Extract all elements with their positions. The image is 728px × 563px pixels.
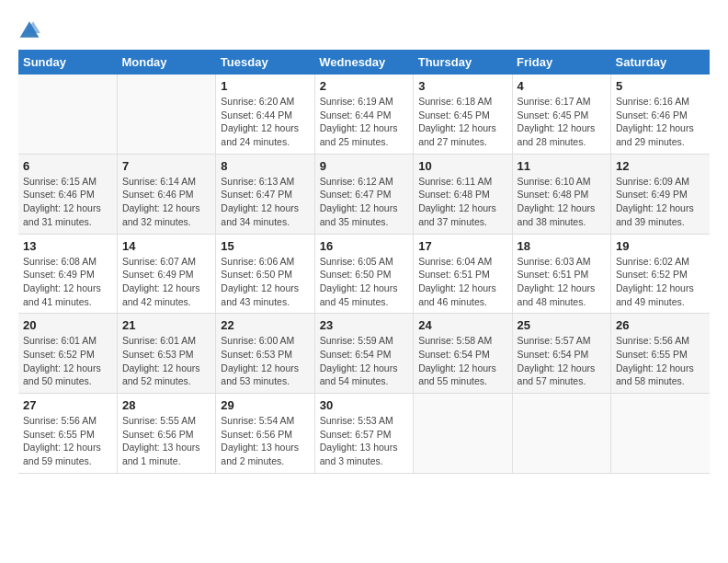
calendar-cell: 1Sunrise: 6:20 AM Sunset: 6:44 PM Daylig…: [216, 75, 314, 154]
day-of-week-header: Saturday: [611, 50, 710, 75]
calendar-cell: 28Sunrise: 5:55 AM Sunset: 6:56 PM Dayli…: [117, 394, 215, 474]
day-detail: Sunrise: 6:01 AM Sunset: 6:52 PM Dayligh…: [23, 334, 112, 388]
calendar-week-row: 20Sunrise: 6:01 AM Sunset: 6:52 PM Dayli…: [18, 314, 710, 394]
day-detail: Sunrise: 6:18 AM Sunset: 6:45 PM Dayligh…: [418, 95, 506, 149]
day-detail: Sunrise: 6:01 AM Sunset: 6:53 PM Dayligh…: [122, 334, 210, 388]
day-detail: Sunrise: 6:00 AM Sunset: 6:53 PM Dayligh…: [221, 334, 309, 388]
day-number: 29: [221, 398, 309, 412]
day-detail: Sunrise: 6:16 AM Sunset: 6:46 PM Dayligh…: [616, 95, 705, 149]
day-of-week-header: Tuesday: [216, 50, 314, 75]
day-detail: Sunrise: 5:59 AM Sunset: 6:54 PM Dayligh…: [320, 334, 408, 388]
day-of-week-header: Friday: [512, 50, 610, 75]
calendar-cell: 11Sunrise: 6:10 AM Sunset: 6:48 PM Dayli…: [512, 154, 610, 234]
day-number: 30: [320, 398, 408, 412]
calendar-cell: [414, 394, 512, 474]
logo: [18, 18, 44, 40]
calendar-cell: 10Sunrise: 6:11 AM Sunset: 6:48 PM Dayli…: [414, 154, 512, 234]
day-number: 28: [122, 398, 210, 412]
calendar-cell: 16Sunrise: 6:05 AM Sunset: 6:50 PM Dayli…: [314, 234, 413, 314]
calendar-cell: 4Sunrise: 6:17 AM Sunset: 6:45 PM Daylig…: [512, 75, 610, 154]
day-detail: Sunrise: 6:03 AM Sunset: 6:51 PM Dayligh…: [518, 255, 606, 309]
day-number: 25: [518, 318, 606, 332]
calendar-cell: 22Sunrise: 6:00 AM Sunset: 6:53 PM Dayli…: [216, 314, 314, 394]
calendar-cell: 24Sunrise: 5:58 AM Sunset: 6:54 PM Dayli…: [414, 314, 512, 394]
calendar-cell: [18, 75, 117, 154]
day-detail: Sunrise: 6:02 AM Sunset: 6:52 PM Dayligh…: [616, 255, 705, 309]
day-number: 23: [320, 318, 408, 332]
day-number: 2: [320, 79, 408, 93]
day-number: 6: [23, 159, 112, 173]
day-number: 11: [518, 159, 606, 173]
day-detail: Sunrise: 5:56 AM Sunset: 6:55 PM Dayligh…: [23, 414, 112, 468]
calendar-cell: 30Sunrise: 5:53 AM Sunset: 6:57 PM Dayli…: [314, 394, 413, 474]
day-detail: Sunrise: 6:09 AM Sunset: 6:49 PM Dayligh…: [616, 175, 705, 229]
calendar-cell: 5Sunrise: 6:16 AM Sunset: 6:46 PM Daylig…: [611, 75, 710, 154]
calendar-cell: 19Sunrise: 6:02 AM Sunset: 6:52 PM Dayli…: [611, 234, 710, 314]
day-number: 16: [320, 239, 408, 253]
calendar-cell: 29Sunrise: 5:54 AM Sunset: 6:56 PM Dayli…: [216, 394, 314, 474]
day-number: 17: [418, 239, 506, 253]
day-detail: Sunrise: 5:56 AM Sunset: 6:55 PM Dayligh…: [616, 334, 705, 388]
calendar-cell: 14Sunrise: 6:07 AM Sunset: 6:49 PM Dayli…: [117, 234, 215, 314]
day-number: 12: [616, 159, 705, 173]
day-number: 19: [616, 239, 705, 253]
day-detail: Sunrise: 6:05 AM Sunset: 6:50 PM Dayligh…: [320, 255, 408, 309]
day-number: 4: [518, 79, 606, 93]
day-number: 15: [221, 239, 309, 253]
day-of-week-header: Wednesday: [314, 50, 413, 75]
calendar-cell: 23Sunrise: 5:59 AM Sunset: 6:54 PM Dayli…: [314, 314, 413, 394]
calendar-week-row: 6Sunrise: 6:15 AM Sunset: 6:46 PM Daylig…: [18, 154, 710, 234]
day-detail: Sunrise: 5:54 AM Sunset: 6:56 PM Dayligh…: [221, 414, 309, 468]
day-detail: Sunrise: 6:20 AM Sunset: 6:44 PM Dayligh…: [221, 95, 309, 149]
day-number: 14: [122, 239, 210, 253]
calendar-cell: 15Sunrise: 6:06 AM Sunset: 6:50 PM Dayli…: [216, 234, 314, 314]
day-detail: Sunrise: 6:10 AM Sunset: 6:48 PM Dayligh…: [518, 175, 606, 229]
day-of-week-header: Sunday: [18, 50, 117, 75]
days-header-row: SundayMondayTuesdayWednesdayThursdayFrid…: [18, 50, 710, 75]
day-detail: Sunrise: 6:13 AM Sunset: 6:47 PM Dayligh…: [221, 175, 309, 229]
day-detail: Sunrise: 6:14 AM Sunset: 6:46 PM Dayligh…: [122, 175, 210, 229]
day-detail: Sunrise: 6:12 AM Sunset: 6:47 PM Dayligh…: [320, 175, 408, 229]
day-of-week-header: Monday: [117, 50, 215, 75]
day-number: 20: [23, 318, 112, 332]
calendar-cell: 3Sunrise: 6:18 AM Sunset: 6:45 PM Daylig…: [414, 75, 512, 154]
day-number: 7: [122, 159, 210, 173]
day-detail: Sunrise: 6:08 AM Sunset: 6:49 PM Dayligh…: [23, 255, 112, 309]
day-detail: Sunrise: 5:53 AM Sunset: 6:57 PM Dayligh…: [320, 414, 408, 468]
calendar-week-row: 27Sunrise: 5:56 AM Sunset: 6:55 PM Dayli…: [18, 394, 710, 474]
calendar-cell: 20Sunrise: 6:01 AM Sunset: 6:52 PM Dayli…: [18, 314, 117, 394]
day-number: 21: [122, 318, 210, 332]
calendar-week-row: 13Sunrise: 6:08 AM Sunset: 6:49 PM Dayli…: [18, 234, 710, 314]
calendar-cell: 6Sunrise: 6:15 AM Sunset: 6:46 PM Daylig…: [18, 154, 117, 234]
day-number: 13: [23, 239, 112, 253]
day-number: 1: [221, 79, 309, 93]
day-number: 10: [418, 159, 506, 173]
calendar-table: SundayMondayTuesdayWednesdayThursdayFrid…: [18, 50, 710, 474]
day-number: 5: [616, 79, 705, 93]
day-detail: Sunrise: 6:17 AM Sunset: 6:45 PM Dayligh…: [518, 95, 606, 149]
calendar-cell: 8Sunrise: 6:13 AM Sunset: 6:47 PM Daylig…: [216, 154, 314, 234]
day-number: 22: [221, 318, 309, 332]
page-header: [18, 18, 710, 40]
day-number: 18: [518, 239, 606, 253]
calendar-week-row: 1Sunrise: 6:20 AM Sunset: 6:44 PM Daylig…: [18, 75, 710, 154]
day-detail: Sunrise: 6:06 AM Sunset: 6:50 PM Dayligh…: [221, 255, 309, 309]
day-number: 27: [23, 398, 112, 412]
day-detail: Sunrise: 6:15 AM Sunset: 6:46 PM Dayligh…: [23, 175, 112, 229]
day-detail: Sunrise: 6:04 AM Sunset: 6:51 PM Dayligh…: [418, 255, 506, 309]
calendar-cell: 26Sunrise: 5:56 AM Sunset: 6:55 PM Dayli…: [611, 314, 710, 394]
day-detail: Sunrise: 6:19 AM Sunset: 6:44 PM Dayligh…: [320, 95, 408, 149]
day-detail: Sunrise: 6:11 AM Sunset: 6:48 PM Dayligh…: [418, 175, 506, 229]
day-of-week-header: Thursday: [414, 50, 512, 75]
day-detail: Sunrise: 5:57 AM Sunset: 6:54 PM Dayligh…: [518, 334, 606, 388]
calendar-cell: 18Sunrise: 6:03 AM Sunset: 6:51 PM Dayli…: [512, 234, 610, 314]
calendar-cell: 12Sunrise: 6:09 AM Sunset: 6:49 PM Dayli…: [611, 154, 710, 234]
calendar-cell: 2Sunrise: 6:19 AM Sunset: 6:44 PM Daylig…: [314, 75, 413, 154]
calendar-cell: 7Sunrise: 6:14 AM Sunset: 6:46 PM Daylig…: [117, 154, 215, 234]
day-number: 8: [221, 159, 309, 173]
calendar-cell: 9Sunrise: 6:12 AM Sunset: 6:47 PM Daylig…: [314, 154, 413, 234]
calendar-cell: 21Sunrise: 6:01 AM Sunset: 6:53 PM Dayli…: [117, 314, 215, 394]
calendar-cell: 17Sunrise: 6:04 AM Sunset: 6:51 PM Dayli…: [414, 234, 512, 314]
logo-icon: [18, 18, 40, 40]
day-number: 9: [320, 159, 408, 173]
